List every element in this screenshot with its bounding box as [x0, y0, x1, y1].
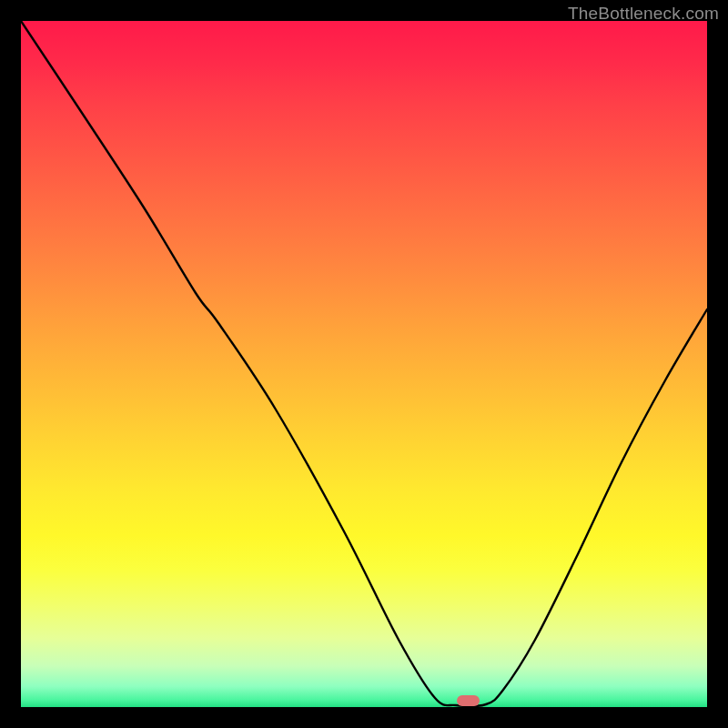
- plot-area: [21, 21, 707, 707]
- curve-path: [21, 21, 707, 706]
- optimal-point-marker: [457, 695, 480, 706]
- bottleneck-curve: [21, 21, 707, 707]
- chart-container: TheBottleneck.com: [0, 0, 728, 728]
- watermark-text: TheBottleneck.com: [568, 4, 719, 24]
